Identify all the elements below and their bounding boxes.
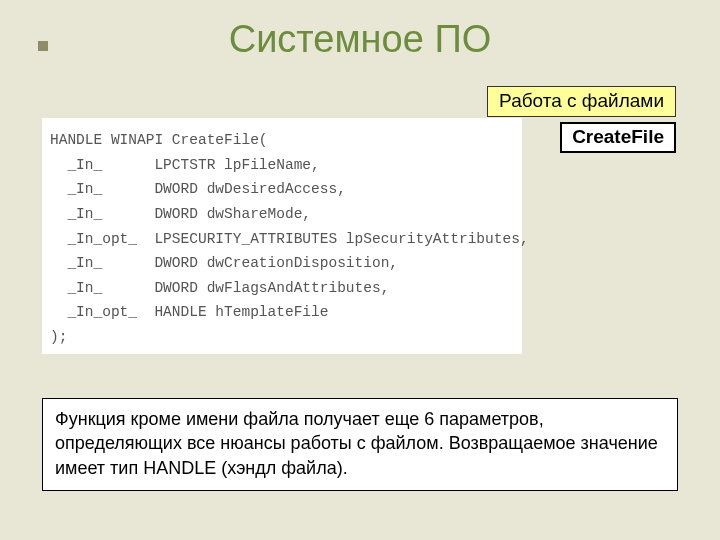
function-name-badge: CreateFile [560,122,676,153]
slide-title: Системное ПО [0,18,720,61]
subtitle-badge: Работа с файлами [487,86,676,117]
code-block: HANDLE WINAPI CreateFile( _In_ LPCTSTR l… [42,118,522,354]
description-box: Функция кроме имени файла получает еще 6… [42,398,678,491]
slide: Системное ПО Работа с файлами CreateFile… [0,0,720,540]
